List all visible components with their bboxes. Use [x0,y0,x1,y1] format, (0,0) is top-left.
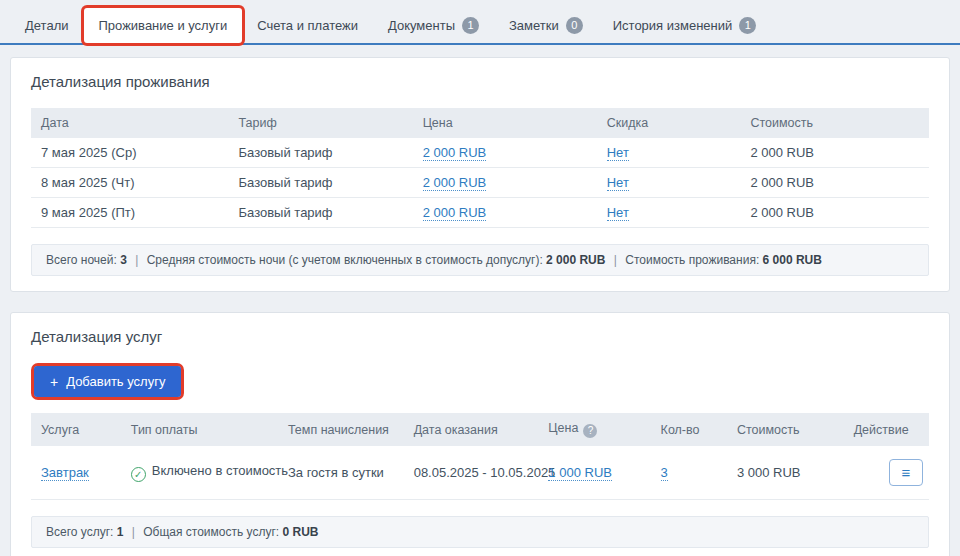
col-header-discount: Скидка [597,108,741,138]
summary-label: Стоимость проживания: [625,253,759,267]
summary-label: Средняя стоимость ночи (с учетом включен… [147,253,543,267]
payment-type-label: Включено в стоимость [152,463,288,478]
cell-payment-type: ✓Включено в стоимость [121,446,278,500]
services-title: Детализация услуг [31,328,929,345]
price-link[interactable]: 1 000 RUB [548,465,612,481]
col-header-payment-type: Тип оплаты [121,413,278,446]
summary-label: Всего ночей: [46,253,117,267]
tab-bar: Детали Проживание и услуги Счета и плате… [0,0,960,45]
tab-label: Детали [25,18,69,33]
col-header-cost: Стоимость [727,413,844,446]
accommodation-summary: Всего ночей: 3 | Средняя стоимость ночи … [31,244,929,276]
services-card: Детализация услуг + Добавить услугу Услу… [10,312,950,556]
summary-divider: | [135,253,138,267]
price-link[interactable]: 2 000 RUB [423,145,487,161]
add-service-label: Добавить услугу [66,374,165,389]
cell-price: 2 000 RUB [413,168,597,198]
annotation-box-add-service: + Добавить услугу [34,366,181,397]
table-row: 8 мая 2025 (Чт) Базовый тариф 2 000 RUB … [31,168,929,198]
accommodation-table: Дата Тариф Цена Скидка Стоимость 7 мая 2… [31,108,929,228]
col-header-price-label: Цена [548,421,578,435]
cell-date-range: 08.05.2025 - 10.05.2025 [404,446,539,500]
cell-discount: Нет [597,198,741,228]
summary-value: 3 [120,253,127,267]
summary-label: Общая стоимость услуг: [143,525,279,539]
cell-service: Завтрак [31,446,121,500]
table-row: 9 мая 2025 (Пт) Базовый тариф 2 000 RUB … [31,198,929,228]
cell-tariff: Базовый тариф [229,198,413,228]
cell-tariff: Базовый тариф [229,138,413,168]
col-header-rate: Темп начисления [278,413,404,446]
col-header-price: Цена? [538,413,650,446]
col-header-date: Дата [31,108,229,138]
cell-cost: 3 000 RUB [727,446,844,500]
price-link[interactable]: 2 000 RUB [423,175,487,191]
tab-badge: 1 [739,17,756,34]
tab-label: Заметки [509,18,559,33]
plus-icon: + [50,375,58,389]
col-header-tariff: Тариф [229,108,413,138]
tab-details[interactable]: Детали [10,8,84,43]
cell-date: 8 мая 2025 (Чт) [31,168,229,198]
cell-tariff: Базовый тариф [229,168,413,198]
service-link[interactable]: Завтрак [41,465,89,481]
cell-price: 1 000 RUB [538,446,650,500]
discount-link[interactable]: Нет [607,205,629,221]
col-header-qty: Кол-во [651,413,727,446]
summary-divider: | [614,253,617,267]
cell-price: 2 000 RUB [413,138,597,168]
table-row: Завтрак ✓Включено в стоимость За гостя в… [31,446,929,500]
cell-cost: 2 000 RUB [740,168,929,198]
included-check-icon: ✓ [131,467,146,482]
tab-bills-payments[interactable]: Счета и платежи [242,8,373,43]
summary-label: Всего услуг: [46,525,113,539]
cell-action: ≡ [844,446,929,500]
row-actions-button[interactable]: ≡ [889,459,923,486]
cell-discount: Нет [597,138,741,168]
discount-link[interactable]: Нет [607,145,629,161]
tab-notes[interactable]: Заметки 0 [494,8,598,43]
cell-discount: Нет [597,168,741,198]
cell-qty: 3 [651,446,727,500]
tab-history[interactable]: История изменений 1 [598,8,772,43]
cell-date: 7 мая 2025 (Ср) [31,138,229,168]
table-header-row: Услуга Тип оплаты Темп начисления Дата о… [31,413,929,446]
tab-label: Счета и платежи [257,18,358,33]
add-service-button[interactable]: + Добавить услугу [34,366,181,397]
cell-cost: 2 000 RUB [740,198,929,228]
tab-label: Проживание и услуги [99,18,228,33]
summary-value: 0 RUB [283,525,319,539]
col-header-date: Дата оказания [404,413,539,446]
tab-label: Документы [388,18,455,33]
accommodation-card: Детализация проживания Дата Тариф Цена С… [10,57,950,292]
qty-link[interactable]: 3 [661,465,668,481]
menu-icon: ≡ [902,465,911,480]
col-header-action: Действие [844,413,929,446]
discount-link[interactable]: Нет [607,175,629,191]
summary-value: 2 000 RUB [546,253,605,267]
help-icon[interactable]: ? [583,424,597,438]
services-table: Услуга Тип оплаты Темп начисления Дата о… [31,413,929,500]
accommodation-title: Детализация проживания [31,73,929,90]
col-header-service: Услуга [31,413,121,446]
table-header-row: Дата Тариф Цена Скидка Стоимость [31,108,929,138]
price-link[interactable]: 2 000 RUB [423,205,487,221]
col-header-cost: Стоимость [740,108,929,138]
table-row: 7 мая 2025 (Ср) Базовый тариф 2 000 RUB … [31,138,929,168]
services-summary: Всего услуг: 1 | Общая стоимость услуг: … [31,516,929,548]
cell-rate: За гостя в сутки [278,446,404,500]
tab-badge: 1 [462,17,479,34]
summary-divider: | [132,525,135,539]
tab-badge: 0 [566,17,583,34]
tab-label: История изменений [613,18,733,33]
col-header-price: Цена [413,108,597,138]
cell-price: 2 000 RUB [413,198,597,228]
tab-documents[interactable]: Документы 1 [373,8,494,43]
tab-accommodation-services[interactable]: Проживание и услуги [84,8,243,43]
summary-value: 6 000 RUB [763,253,822,267]
cell-cost: 2 000 RUB [740,138,929,168]
summary-value: 1 [117,525,124,539]
cell-date: 9 мая 2025 (Пт) [31,198,229,228]
